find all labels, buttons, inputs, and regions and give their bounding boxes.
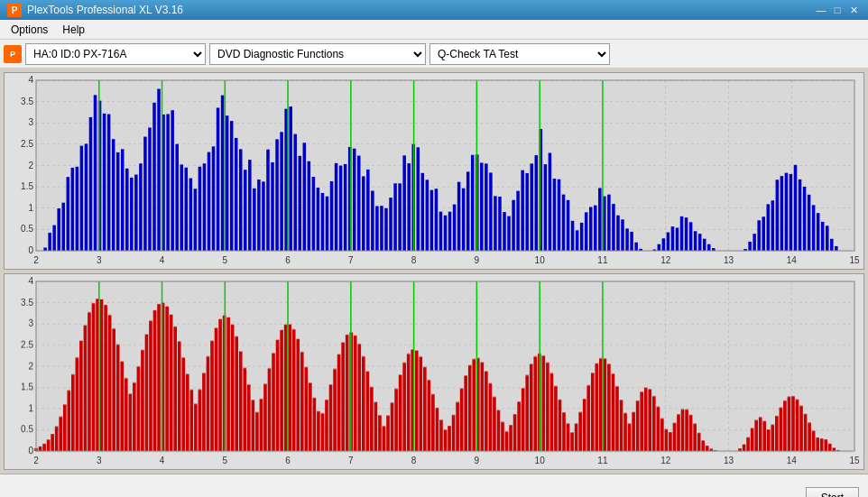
top-chart [5, 73, 863, 269]
minimize-button[interactable]: — [814, 4, 828, 16]
bottom-right-controls: Start i [806, 487, 859, 498]
window-controls: — □ ✕ [814, 4, 861, 16]
function-selector[interactable]: DVD Diagnostic Functions [209, 43, 426, 65]
bottom-panel: Jitter: 3 Peak Shift: [0, 474, 868, 497]
maximize-button[interactable]: □ [830, 4, 845, 16]
app-icon: P [7, 3, 22, 17]
start-button[interactable]: Start [806, 487, 859, 498]
top-chart-container [4, 72, 864, 270]
drive-selector[interactable]: HA:0 ID:0 PX-716A [25, 43, 206, 65]
bottom-chart-container [4, 273, 864, 471]
title-bar: P PlexTools Professional XL V3.16 — □ ✕ [0, 0, 868, 20]
drive-icon: P [4, 45, 22, 63]
toolbar: P HA:0 ID:0 PX-716A DVD Diagnostic Funct… [0, 40, 868, 69]
menu-options[interactable]: Options [4, 22, 55, 38]
bottom-chart [5, 274, 863, 470]
close-button[interactable]: ✕ [846, 4, 861, 16]
window-title: PlexTools Professional XL V3.16 [27, 4, 183, 16]
menu-bar: Options Help [0, 20, 868, 40]
menu-help[interactable]: Help [55, 22, 92, 38]
main-content [0, 69, 868, 474]
test-selector[interactable]: Q-Check TA Test [429, 43, 610, 65]
